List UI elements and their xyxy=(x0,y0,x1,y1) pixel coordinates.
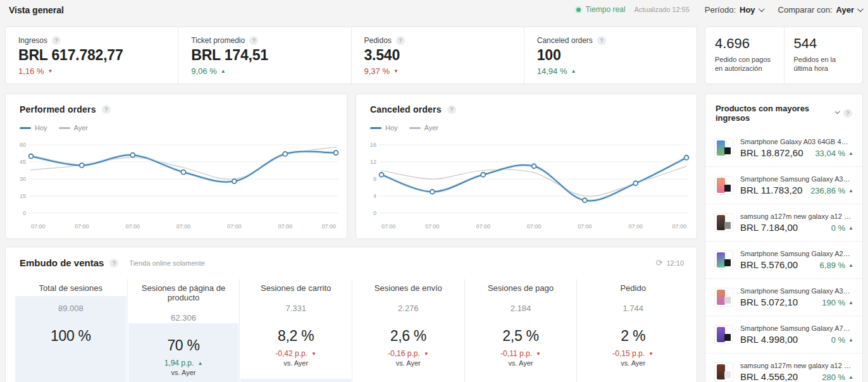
svg-text:07:00: 07:00 xyxy=(75,223,89,230)
compare-label: Comparar con: xyxy=(778,5,833,15)
funnel-vs-label: vs. Ayer xyxy=(352,359,464,367)
help-icon[interactable]: ? xyxy=(102,105,111,114)
product-accessory-icon xyxy=(724,147,731,154)
product-row: BRL 11.783,20236,86 %▲ xyxy=(740,185,853,195)
product-row: BRL 7.184,000 %▲ xyxy=(740,222,853,233)
legend-item-hoy[interactable]: Hoy xyxy=(20,124,47,132)
legend-item-ayer[interactable]: Ayer xyxy=(59,124,88,132)
product-text: Smartphone Samsung Galaxy A22 12…BRL 5.5… xyxy=(740,250,853,270)
kpi-ticket-promedio: Ticket promedio?BRL 174,519,06 %▲ xyxy=(178,27,350,83)
legend-dash-icon xyxy=(20,127,31,129)
help-icon[interactable]: ? xyxy=(597,36,606,45)
funnel-step-header: Sesiones de carrito xyxy=(240,279,352,293)
legend-item-ayer[interactable]: Ayer xyxy=(409,124,438,132)
funnel-step-percentage: 2,6 % xyxy=(352,328,464,345)
product-text: Smartphone Galaxy A03 64GB 4G Wi-…BRL 18… xyxy=(740,138,853,158)
product-list-item[interactable]: Smartphone Samsung Galaxy A22 12…BRL 5.5… xyxy=(705,241,862,278)
top-products-card: Productos con mayores ingresos ? Smartph… xyxy=(705,94,863,382)
chevron-down-icon[interactable] xyxy=(835,109,840,114)
kpi-label: Ticket promedio xyxy=(191,36,245,45)
product-list-item[interactable]: samsung a127m new galaxy a12 64gb…BRL 7.… xyxy=(705,204,862,241)
product-accessory-icon xyxy=(724,371,731,378)
svg-text:45: 45 xyxy=(20,159,26,165)
top-products-title: Productos con mayores ingresos xyxy=(716,104,830,123)
arrow-up-icon: ▲ xyxy=(848,188,853,194)
svg-text:07:00: 07:00 xyxy=(476,223,490,230)
page-title: Vista general xyxy=(9,5,64,15)
product-list: Smartphone Galaxy A03 64GB 4G Wi-…BRL 18… xyxy=(705,129,862,382)
period-select[interactable]: Hoy xyxy=(740,5,763,15)
product-list-item[interactable]: Smartphone Galaxy A03 64GB 4G Wi-…BRL 18… xyxy=(705,129,862,166)
funnel-step-percentage: 2 % xyxy=(577,328,689,345)
svg-text:0: 0 xyxy=(23,210,26,216)
legend-label: Hoy xyxy=(385,124,398,132)
legend-dash-icon xyxy=(59,127,70,129)
realtime-status: Tiempo real xyxy=(574,5,625,14)
funnel-vs-label: vs. Ayer xyxy=(240,359,352,367)
product-delta: 6,89 %▲ xyxy=(820,261,853,270)
funnel-refresh-time: 12:10 xyxy=(666,259,684,267)
product-revenue: BRL 5.072,10 xyxy=(740,297,798,307)
help-icon[interactable]: ? xyxy=(109,259,118,268)
product-delta-value: 0 % xyxy=(831,223,845,233)
help-icon[interactable]: ? xyxy=(52,36,61,45)
arrow-up-icon: ▲ xyxy=(848,374,853,380)
funnel-fill-bar xyxy=(240,379,351,382)
kpi-label-row: Ticket promedio? xyxy=(191,36,338,45)
funnel-delta-value: -0,15 p.p. xyxy=(612,349,645,358)
chart-title: Performed orders xyxy=(20,104,96,114)
refresh-icon: ⟳ xyxy=(656,258,663,268)
kpi-summary-card: Ingresos?BRL 617.782,771,16 %▼Ticket pro… xyxy=(5,27,697,84)
funnel-vs-label: vs. Ayer xyxy=(128,369,240,376)
product-revenue: BRL 4.556,20 xyxy=(740,371,798,382)
product-name: samsung a127m new galaxy a12 64gb… xyxy=(740,362,853,369)
svg-text:60: 60 xyxy=(20,142,26,148)
product-thumbnail xyxy=(714,213,733,232)
product-delta-value: 6,89 % xyxy=(820,261,845,270)
side-stat-label: Pedido con pagos en autorización xyxy=(715,55,774,73)
product-delta-value: 280 % xyxy=(822,373,845,382)
funnel-subtitle: Tienda online solamente xyxy=(129,259,204,267)
funnel-step: Sesiones de página de producto62.30670 %… xyxy=(127,279,240,382)
help-icon[interactable]: ? xyxy=(249,36,258,45)
side-stat-label: Pedidos en la última hora xyxy=(794,55,853,73)
legend-item-hoy[interactable]: Hoy xyxy=(370,124,398,132)
funnel-refresh[interactable]: ⟳ 12:10 xyxy=(656,258,684,268)
kpi-value: BRL 174,51 xyxy=(191,47,338,64)
product-thumbnail xyxy=(714,250,733,269)
product-list-item[interactable]: Smartphone Samsung Galaxy A32 12…BRL 11.… xyxy=(705,166,862,204)
product-thumbnail xyxy=(714,288,733,307)
legend-dash-icon xyxy=(409,127,421,129)
svg-text:30: 30 xyxy=(20,176,26,182)
compare-select[interactable]: Ayer xyxy=(836,5,862,15)
product-list-item[interactable]: samsung a127m new galaxy a12 64gb…BRL 4.… xyxy=(705,353,862,382)
kpi-ingresos: Ingresos?BRL 617.782,771,16 %▼ xyxy=(6,27,178,83)
funnel-step-sessions: 7.331 xyxy=(240,304,352,313)
product-revenue: BRL 18.872,60 xyxy=(740,147,803,158)
help-icon[interactable]: ? xyxy=(447,105,456,114)
product-row: BRL 18.872,6033,04 %▲ xyxy=(740,147,853,158)
funnel-title: Embudo de ventas xyxy=(20,257,104,268)
kpi-delta-value: 1,16 % xyxy=(18,66,44,76)
funnel-step-percentage: 70 % xyxy=(128,337,240,354)
help-icon[interactable]: ? xyxy=(843,109,852,118)
svg-text:07:00: 07:00 xyxy=(278,223,292,230)
funnel-step-header: Sesiones de pago xyxy=(465,279,577,293)
chevron-down-icon xyxy=(857,6,864,12)
side-stat: 544Pedidos en la última hora xyxy=(784,27,863,83)
canceled-orders-chart-card: Canceled orders ? HoyAyer 048121607:0007… xyxy=(356,94,697,239)
kpi-label-row: Canceled orders? xyxy=(537,36,684,45)
help-icon[interactable]: ? xyxy=(396,36,405,45)
product-list-item[interactable]: Smartphone Samsung Galaxy A32 12…BRL 5.0… xyxy=(705,278,862,316)
product-delta-value: 236,86 % xyxy=(810,186,845,195)
arrow-up-icon: ▲ xyxy=(848,337,853,343)
product-list-item[interactable]: Smartphone Samsung Galaxy A72, C…BRL 4.9… xyxy=(705,316,862,353)
canceled-orders-line-chart: 048121607:0007:0007:0007:0007:0007:0007:… xyxy=(363,140,691,235)
funnel-step: Total de sesiones89.008100 % xyxy=(15,279,127,382)
product-text: samsung a127m new galaxy a12 64gb…BRL 4.… xyxy=(740,362,853,382)
kpi-delta: 9,06 %▲ xyxy=(191,66,338,76)
arrow-down-icon: ▼ xyxy=(536,351,541,357)
funnel-columns: Total de sesiones89.008100 %Sesiones de … xyxy=(15,279,689,382)
arrow-down-icon: ▼ xyxy=(648,351,654,357)
arrow-down-icon: ▼ xyxy=(47,68,53,74)
